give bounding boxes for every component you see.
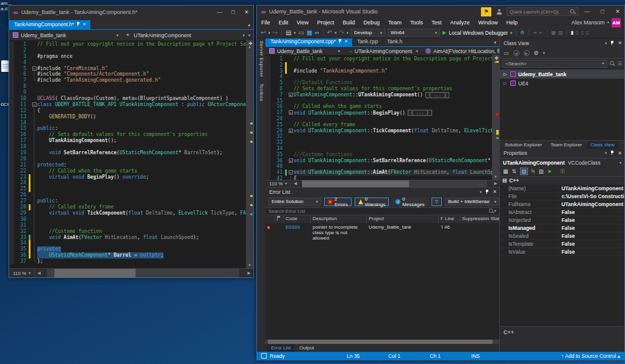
code-line[interactable]: 6// Sets default values for this compone…	[266, 86, 499, 92]
breakpoint-margin[interactable]	[9, 259, 14, 265]
chevron-down-icon[interactable]: ▾	[347, 30, 349, 35]
error-list-header[interactable]: Error List ▾ ✕	[266, 187, 499, 196]
menu-debug[interactable]: Debug	[359, 20, 384, 26]
scrollbar-thumb[interactable]	[268, 340, 493, 344]
column-suppression-state[interactable]: Suppression State	[460, 215, 499, 223]
code-line[interactable]: 28│ // Called evIery frame	[9, 204, 253, 210]
breakpoint-margin[interactable]	[266, 163, 270, 170]
error-search-input[interactable]: Search Error List ▾	[266, 207, 499, 215]
tab-output[interactable]: Output	[295, 344, 317, 352]
code-line[interactable]: 11−class UDEMY_BATTLE_TANK_API UTankAimi…	[9, 102, 253, 108]
project-dropdown[interactable]: Udemy_Battle_tank ▾	[266, 47, 344, 55]
fold-margin[interactable]: │	[31, 204, 37, 210]
fold-margin[interactable]	[287, 68, 294, 74]
attach-to-process-icon[interactable]: ⚙	[520, 30, 524, 35]
error-project[interactable]: Udemy_Battle_tank	[367, 223, 439, 340]
filter-icon[interactable]: ▽	[432, 198, 442, 206]
user-name[interactable]: Alex Mansom	[571, 20, 605, 26]
code-line[interactable]: 26+void UTankAimingComponent::TickCompon…	[266, 128, 499, 134]
scrollbar-thumb[interactable]	[54, 269, 135, 277]
breakpoint-margin[interactable]	[9, 48, 14, 54]
tab-tank-cpp[interactable]: Tank.cpp	[352, 38, 382, 46]
debug-target-label[interactable]: Local Windows Debugger	[449, 30, 508, 36]
fold-margin[interactable]: −	[287, 170, 294, 176]
fold-margin[interactable]: │	[31, 71, 37, 77]
code-line[interactable]: 2	[266, 62, 499, 68]
fold-margin[interactable]	[287, 122, 294, 128]
property-value[interactable]: False	[558, 209, 624, 215]
expand-fold-icon[interactable]: +	[289, 93, 293, 97]
quick-launch-input[interactable]: Quick Launch (Ctrl+Q)	[507, 7, 579, 16]
breakpoint-margin[interactable]	[9, 126, 14, 132]
add-to-source-control-button[interactable]: ↑ Add to Source Control ▴	[562, 353, 620, 359]
code-line[interactable]: 30│	[9, 216, 253, 223]
scroll-right-icon[interactable]: ▶	[494, 181, 497, 186]
pin-icon[interactable]	[76, 22, 80, 27]
breakpoint-margin[interactable]	[9, 41, 14, 48]
tab-error-list[interactable]: Error List	[267, 344, 294, 352]
sidebar-item-server-explorer[interactable]: Server Explorer	[259, 41, 264, 77]
error-line[interactable]: 46	[443, 223, 460, 340]
code-line[interactable]: 27│public:	[9, 198, 253, 204]
window-position-icon[interactable]: ▾	[480, 190, 482, 194]
menu-file[interactable]: File	[257, 20, 275, 26]
fold-margin[interactable]	[287, 104, 294, 110]
breakpoint-margin[interactable]	[266, 92, 270, 98]
pin-icon[interactable]	[610, 151, 614, 155]
save-all-icon[interactable]: ▪▪	[315, 30, 319, 36]
code-line[interactable]: 37└};	[9, 259, 253, 265]
notifications-flag-icon[interactable]: ⚑	[481, 7, 491, 16]
fold-margin[interactable]: │	[287, 176, 294, 180]
class-view-header[interactable]: Class View ▾ ✕	[500, 38, 624, 48]
find-next-icon[interactable]: ▧	[558, 30, 563, 35]
close-icon[interactable]: ✕	[240, 9, 253, 15]
errors-filter-button[interactable]: ✕ 2 Errors	[324, 198, 352, 206]
breakpoint-margin[interactable]	[9, 235, 14, 241]
breakpoint-margin[interactable]	[266, 140, 270, 146]
breakpoint-margin[interactable]	[9, 156, 14, 162]
fold-margin[interactable]	[287, 116, 294, 122]
redo-icon[interactable]: ↷	[339, 30, 344, 36]
breakpoint-margin[interactable]	[9, 102, 14, 108]
fold-margin[interactable]	[287, 74, 294, 80]
previous-bookmark-icon[interactable]: ▯	[576, 30, 578, 35]
code-line[interactable]: 33│ void AimAt(FVector HitLocation, floa…	[9, 235, 253, 241]
breakpoint-margin[interactable]	[266, 56, 270, 62]
error-description[interactable]: pointer to incomplete class type is not …	[311, 223, 367, 340]
class-view-settings-icon[interactable]: ⚙	[534, 50, 539, 56]
breakpoint-margin[interactable]	[9, 144, 14, 150]
property-row[interactable]: (Name)UTankAimingComponent	[500, 185, 624, 193]
minimize-icon[interactable]: —	[213, 9, 226, 15]
breakpoint-margin[interactable]	[266, 128, 270, 134]
close-tab-icon[interactable]: ✕	[344, 39, 348, 44]
code-line[interactable]: 40	[266, 163, 499, 170]
code-line[interactable]: 41−void UTankAimingComponent::AimAt(FVec…	[266, 170, 499, 176]
alphabetical-icon[interactable]: ⇅	[512, 168, 517, 174]
scroll-left-icon[interactable]: ◀	[37, 271, 40, 276]
code-line[interactable]: 6│#include "Components/ActorComponent.h"	[9, 71, 253, 77]
main-code-editor[interactable]: 1// Fill out your copyright notice in th…	[266, 55, 499, 180]
scroll-down-icon[interactable]: ▼	[246, 263, 253, 267]
code-line[interactable]: 1// Fill out your copyright notice in th…	[9, 41, 253, 48]
fold-margin[interactable]	[287, 86, 294, 92]
menu-test[interactable]: Test	[427, 20, 446, 26]
code-line[interactable]: 7└#include "TankAimingComponent.generate…	[9, 77, 253, 84]
code-line[interactable]: 15	[266, 98, 499, 104]
code-line[interactable]: 32	[266, 134, 499, 140]
fold-margin[interactable]	[31, 60, 37, 66]
menu-window[interactable]: Window	[474, 20, 502, 26]
fold-margin[interactable]	[31, 41, 37, 48]
code-line[interactable]: 3#include "TankAimingComponent.h"	[266, 68, 499, 74]
collapse-fold-icon[interactable]: −	[32, 66, 37, 71]
breakpoint-margin[interactable]	[9, 186, 14, 192]
code-line[interactable]: 32│ //Custome function	[9, 229, 253, 235]
main-titlebar[interactable]: ∞ Udemy_Battle_tank - Microsoft Visual S…	[257, 5, 624, 18]
next-bookmark-icon[interactable]: ▯	[581, 30, 583, 35]
breakpoint-margin[interactable]	[266, 134, 270, 140]
property-value[interactable]: False	[558, 225, 624, 231]
fold-margin[interactable]: │	[31, 223, 37, 229]
breakpoint-margin[interactable]	[266, 152, 270, 158]
scroll-right-icon[interactable]: ▶	[248, 271, 251, 276]
tab-tankaimingcomponent-h[interactable]: TankAimingComponent.h* ✕	[9, 20, 90, 29]
fold-margin[interactable]: │	[31, 235, 37, 241]
